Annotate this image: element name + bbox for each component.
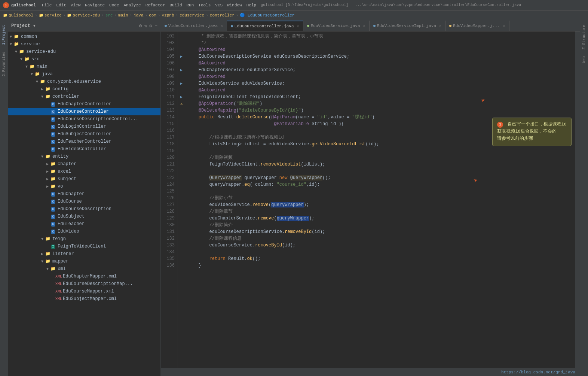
tree-item[interactable]: ▶📁listener [8, 250, 160, 258]
tree-arrow-icon[interactable]: ▶ [45, 184, 50, 189]
tree-arrow-icon[interactable]: ▼ [8, 35, 13, 39]
menu-view[interactable]: View [71, 3, 80, 7]
menu-window[interactable]: Window [227, 3, 242, 7]
tree-item[interactable]: CEduTeacherController [8, 138, 160, 145]
tab-eduvideomapper[interactable]: EduVideoMapper.j... ✕ [445, 21, 509, 31]
tree-item[interactable]: ▼📁src [8, 55, 160, 63]
menu-run[interactable]: Run [187, 3, 194, 7]
tab-close-icon[interactable]: ✕ [503, 24, 505, 28]
bc-yzpnb[interactable]: yzpnb [162, 13, 174, 18]
menu-help[interactable]: Help [246, 3, 256, 7]
tree-item[interactable]: ▶📁vo [8, 183, 160, 190]
bc-eduservice[interactable]: eduservice [180, 13, 204, 18]
tree-item[interactable]: ▶📁excel [8, 168, 160, 175]
tree-arrow-icon[interactable]: ▶ [40, 87, 45, 91]
sync-icon[interactable]: ⚙ [139, 23, 142, 29]
bc-service-edu[interactable]: service-edu [73, 13, 100, 18]
tree-item[interactable]: CEduVideo [8, 228, 160, 235]
tree-arrow-icon[interactable]: ▼ [8, 42, 13, 46]
tree-arrow-icon[interactable]: ▼ [40, 155, 45, 159]
tree-item[interactable]: XMLEduSubjectMapper.xml [8, 295, 160, 303]
tree-arrow-icon[interactable]: ▼ [40, 260, 45, 264]
tree-item[interactable]: CEduCourseDescriptionControl... [8, 115, 160, 123]
tree-item[interactable]: ▶📁config [8, 85, 160, 93]
sidebar-tab-z-structure[interactable]: Z-Structure [581, 22, 587, 52]
tab-eduvideoservice[interactable]: EduVideoService.java ✕ [303, 21, 370, 31]
bc-src[interactable]: src [105, 13, 113, 18]
tree-item[interactable]: ▼📁java [8, 70, 160, 78]
tree-item[interactable]: ▶📁subject [8, 175, 160, 183]
tree-arrow-icon[interactable]: ▶ [45, 169, 50, 174]
menu-code[interactable]: Code [109, 3, 119, 7]
tab-close-icon[interactable]: ✕ [363, 24, 365, 28]
tree-item[interactable]: ▼📁common [8, 33, 160, 40]
bc-gulischool[interactable]: gulischool [9, 13, 33, 18]
sidebar-tab-favorites[interactable]: 2:Favorites [1, 49, 7, 79]
tree-item[interactable]: IFeignToVideoClient [8, 243, 160, 250]
tree-item[interactable]: ▼📁service-edu [8, 48, 160, 55]
tree-item[interactable]: CEduChapter [8, 190, 160, 198]
tree-item[interactable]: CEduVideoController [8, 145, 160, 153]
tree-item[interactable]: ▼📁main [8, 63, 160, 70]
tree-item[interactable]: ▼📁controller [8, 93, 160, 100]
tree-arrow-icon[interactable]: ▼ [40, 95, 45, 99]
menu-edit[interactable]: Edit [56, 3, 66, 7]
tree-arrow-icon[interactable]: ▼ [13, 50, 19, 54]
tab-close-icon[interactable]: ✕ [221, 24, 223, 28]
tree-item[interactable]: CEduCourseDescription [8, 205, 160, 213]
tree-arrow-icon[interactable]: ▶ [45, 162, 50, 166]
bc-main[interactable]: main [118, 13, 128, 18]
menu-refactor[interactable]: Refactor [146, 3, 165, 7]
tree-item[interactable]: CEduChapterController [8, 100, 160, 108]
tab-videocontroller[interactable]: VideoController.java ✕ [161, 21, 227, 31]
tree-item[interactable]: XMLEduChapterMapper.xml [8, 273, 160, 280]
sidebar-tab-web[interactable]: Web [581, 53, 587, 66]
tree-arrow-icon[interactable]: ▼ [40, 237, 45, 241]
bc-controller[interactable]: controller [210, 13, 235, 18]
tree-item[interactable]: CEduCourseController [8, 108, 160, 115]
tree-item[interactable]: XMLEduCourseDescriptionMap... [8, 280, 160, 288]
tree-arrow-icon[interactable]: ▼ [24, 65, 29, 69]
tree-item[interactable]: CEduCourse [8, 198, 160, 205]
minimize-icon[interactable]: − [154, 23, 157, 29]
bc-java[interactable]: java [134, 13, 143, 18]
status-url[interactable]: https://blog.csdn.net/grd_java [501, 370, 575, 375]
tree-item[interactable]: XMLEduCourseMapper.xml [8, 288, 160, 295]
breadcrumb-item[interactable]: 📁 gulischool [3, 13, 33, 18]
code-content[interactable]: * 删除课程，需要删除课程信息表，简介表，章节表，小节表 */ @Autowir… [185, 31, 575, 368]
tree-item[interactable]: ▼📁entity [8, 153, 160, 160]
menu-analyze[interactable]: Analyze [123, 3, 141, 7]
sort-icon[interactable]: ⇅ [144, 23, 147, 29]
scroll-indicator[interactable] [575, 31, 580, 368]
tree-arrow-icon[interactable]: ▼ [19, 57, 24, 61]
tab-eduvideoserviceimpl[interactable]: EduVideoServiceImpl.java ✕ [370, 21, 445, 31]
tab-close-icon[interactable]: ✕ [439, 24, 441, 28]
tree-item[interactable]: ▼📁service [8, 40, 160, 48]
tab-close-icon[interactable]: ✕ [297, 24, 299, 28]
menu-vcs[interactable]: VCS [215, 3, 223, 7]
gear-icon[interactable]: ⚙ [149, 23, 152, 29]
tree-arrow-icon[interactable]: ▶ [40, 252, 45, 256]
tree-item[interactable]: ▶📁chapter [8, 160, 160, 168]
tree-item[interactable]: ▼📁feign [8, 235, 160, 243]
menu-navigate[interactable]: Navigate [85, 3, 105, 7]
tree-item[interactable]: CEduSubjectController [8, 130, 160, 138]
tree-item[interactable]: ▼📁mapper [8, 258, 160, 265]
tab-educoursecontroller[interactable]: EduCourseController.java ✕ [227, 21, 303, 31]
sidebar-tab-project[interactable]: 1:Project [1, 22, 7, 48]
bc-com[interactable]: com [149, 13, 156, 18]
tree-arrow-icon[interactable]: ▶ [45, 177, 50, 181]
tree-arrow-icon[interactable]: ▼ [34, 80, 40, 84]
menu-file[interactable]: File [42, 3, 52, 7]
menu-build[interactable]: Build [169, 3, 182, 7]
menu-tools[interactable]: Tools [198, 3, 211, 7]
tree-item[interactable]: ▼📁com.yzpnb.eduservice [8, 78, 160, 85]
tree-arrow-icon[interactable]: ▼ [45, 267, 50, 271]
tree-item[interactable]: CEduTeacher [8, 220, 160, 228]
tree-item[interactable]: CEduLoginController [8, 123, 160, 130]
tree-item[interactable]: CEduSubject [8, 213, 160, 220]
bc-service[interactable]: service [45, 13, 62, 18]
bc-class[interactable]: 🔵 EduCourseController [240, 13, 294, 18]
tree-item[interactable]: ▼📁xml [8, 265, 160, 273]
tree-arrow-icon[interactable]: ▼ [29, 72, 34, 76]
